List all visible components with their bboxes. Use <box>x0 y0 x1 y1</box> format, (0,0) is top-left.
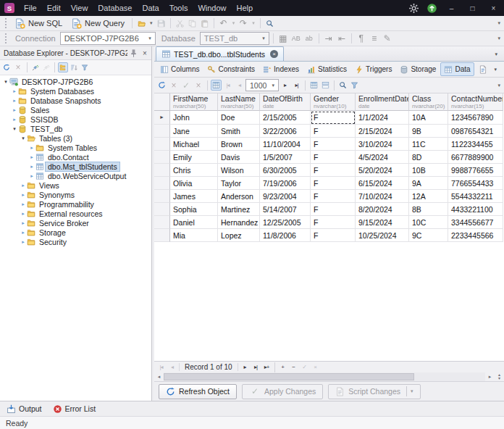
cell-dateofbirth[interactable]: 6/30/2005 <box>260 164 311 177</box>
undo-caret-icon[interactable]: ▾ <box>231 20 237 26</box>
cell-firstname[interactable]: James <box>170 190 218 203</box>
cell-gender[interactable]: F <box>311 177 356 190</box>
update-available-icon[interactable] <box>427 3 437 14</box>
open-file-caret-icon[interactable]: ▾ <box>148 20 154 26</box>
open-file-icon[interactable] <box>136 18 147 29</box>
column-header-contactnumber[interactable]: ContactNumbernvarchar(15) <box>448 93 503 111</box>
splitter-grip-icon[interactable]: ▴▾ <box>495 373 504 380</box>
chevron-down-icon[interactable]: ▾ <box>147 36 153 41</box>
stop-icon[interactable]: × <box>12 61 24 74</box>
prev-page-icon[interactable]: ◂ <box>234 82 245 88</box>
connect-icon[interactable] <box>30 62 41 72</box>
last-page-icon[interactable]: ▸| <box>291 82 302 88</box>
refresh-icon[interactable] <box>1 62 12 72</box>
scroll-left-icon[interactable]: ◂ <box>154 374 164 380</box>
row-selector[interactable] <box>154 190 170 203</box>
cell-lastname[interactable]: Doe <box>218 111 260 125</box>
cell-firstname[interactable]: Jane <box>170 125 218 138</box>
column-header-class[interactable]: Classnvarchar(20) <box>409 93 448 111</box>
cell-class[interactable]: 10A <box>409 111 448 125</box>
cell-gender[interactable]: F <box>311 111 356 125</box>
tree-node-database-snapshots[interactable]: ▸Database Snapshots <box>0 96 151 105</box>
cut-icon[interactable] <box>175 18 185 29</box>
settings-gear-icon[interactable] <box>408 3 419 14</box>
show-whitespace-icon[interactable]: ¶ <box>356 32 367 45</box>
collapse-icon[interactable]: ▾ <box>11 124 18 133</box>
cell-firstname[interactable]: Emily <box>170 151 218 164</box>
cell-dateofbirth[interactable]: 9/23/2004 <box>260 190 311 203</box>
stop-refresh-icon[interactable]: × <box>168 79 180 92</box>
expand-icon[interactable]: ▸ <box>20 237 27 246</box>
output-panel-tab[interactable]: Output <box>2 403 46 415</box>
cell-gender[interactable]: F <box>311 203 356 216</box>
expand-icon[interactable]: ▸ <box>20 228 27 237</box>
cell-dateofbirth[interactable]: 12/25/2005 <box>260 216 311 229</box>
tree-node-external-resources[interactable]: ▸External resources <box>0 209 151 218</box>
menu-view[interactable]: View <box>66 1 93 15</box>
redo-icon[interactable]: ↷ <box>238 17 249 30</box>
cell-enrollmentdate[interactable]: 3/10/2024 <box>356 138 409 151</box>
script-changes-caret-icon[interactable]: ▾ <box>406 386 413 396</box>
cell-lastname[interactable]: Brown <box>218 138 260 151</box>
connection-combo[interactable]: DESKTOP-J7PG2B6 ▾ <box>60 32 156 45</box>
indent-icon[interactable]: ⇥ <box>323 32 335 45</box>
menu-file[interactable]: File <box>19 1 42 15</box>
new-sql-button[interactable]: New SQL <box>11 17 66 30</box>
uppercase-icon[interactable]: AB <box>290 32 302 45</box>
toolbar-overflow-icon[interactable]: ▾ <box>496 20 502 26</box>
tab-data[interactable]: Data <box>440 62 474 76</box>
cell-gender[interactable]: F <box>311 138 356 151</box>
cell-class[interactable]: 11C <box>409 138 448 151</box>
tree-node-sales[interactable]: ▸Sales <box>0 105 151 114</box>
collapse-icon[interactable]: ▾ <box>2 77 9 86</box>
column-header-lastname[interactable]: LastNamenvarchar(50) <box>218 93 260 111</box>
expand-icon[interactable]: ▸ <box>11 96 18 105</box>
expand-icon[interactable]: ▸ <box>28 162 35 171</box>
tree-node-dbo-contact[interactable]: ▸dbo.Contact <box>0 152 151 162</box>
expand-icon[interactable]: ▸ <box>20 209 27 218</box>
cell-class[interactable]: 9B <box>409 125 448 138</box>
menu-edit[interactable]: Edit <box>42 1 66 15</box>
subtab-overflow-icon[interactable]: ▾ <box>489 67 502 72</box>
tree-node-synonyms[interactable]: ▸Synonyms <box>0 190 151 199</box>
cell-contactnumber[interactable]: 6677889900 <box>448 151 503 164</box>
cell-contactnumber[interactable]: 1234567890 <box>448 111 503 125</box>
expand-icon[interactable]: ▸ <box>11 86 18 96</box>
cell-gender[interactable]: F <box>311 125 356 138</box>
tree-node-dbo-webserviceoutput[interactable]: ▸dbo.WebServiceOutput <box>0 171 151 180</box>
cell-dateofbirth[interactable]: 3/22/2006 <box>260 125 311 138</box>
toolbar-overflow-icon[interactable]: ▾ <box>496 83 502 88</box>
cell-firstname[interactable]: John <box>170 111 218 125</box>
grip-handle[interactable] <box>5 33 7 43</box>
scroll-track[interactable] <box>164 372 485 381</box>
lowercase-icon[interactable]: ab <box>303 32 315 45</box>
cell-firstname[interactable]: Daniel <box>170 216 218 229</box>
edit-icon[interactable]: ✎ <box>382 32 393 45</box>
cell-gender[interactable]: F <box>311 216 356 229</box>
tab-statistics[interactable]: Statistics <box>303 62 350 76</box>
cell-enrollmentdate[interactable]: 2/15/2024 <box>356 125 409 138</box>
line-numbers-icon[interactable]: ≡ <box>369 32 380 45</box>
row-selector[interactable] <box>154 151 170 164</box>
column-header-enrollmentdate[interactable]: EnrollmentDatedate <box>356 93 409 111</box>
cell-lastname[interactable]: Davis <box>218 151 260 164</box>
search-icon[interactable] <box>337 80 348 91</box>
cell-firstname[interactable]: Michael <box>170 138 218 151</box>
cell-dateofbirth[interactable]: 1/5/2007 <box>260 151 311 164</box>
close-button[interactable]: × <box>483 0 504 16</box>
group-by-folders-icon[interactable] <box>58 62 68 72</box>
row-selector[interactable] <box>154 125 170 138</box>
commit-icon[interactable]: ✓ <box>180 79 192 92</box>
filter-data-icon[interactable] <box>349 80 360 91</box>
expand-icon[interactable]: ▸ <box>20 190 27 199</box>
tab-storage[interactable]: Storage <box>396 62 440 76</box>
cell-contactnumber[interactable]: 9988776655 <box>448 164 503 177</box>
cell-class[interactable]: 9C <box>409 229 448 242</box>
copy-icon[interactable] <box>187 18 198 29</box>
scroll-right-icon[interactable]: ▸ <box>485 374 495 380</box>
new-query-button[interactable]: New Query <box>67 17 128 30</box>
cell-dateofbirth[interactable]: 11/10/2004 <box>260 138 311 151</box>
cell-gender[interactable]: F <box>311 190 356 203</box>
scroll-thumb[interactable] <box>164 373 414 380</box>
refresh-object-button[interactable]: Refresh Object <box>159 384 237 399</box>
